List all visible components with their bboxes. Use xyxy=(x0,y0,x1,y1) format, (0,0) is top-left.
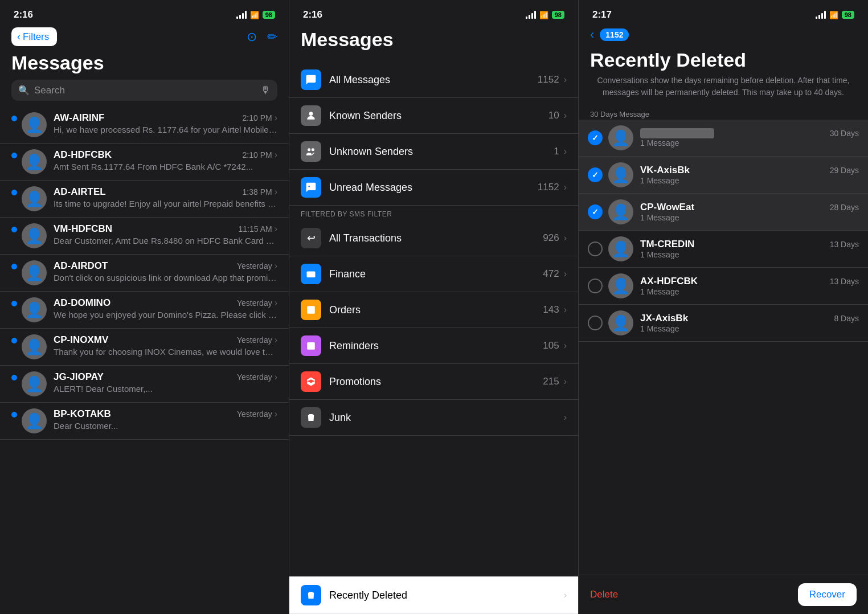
unknown-senders-icon xyxy=(301,141,321,162)
message-time: Yesterday › xyxy=(237,372,277,382)
chevron-right-icon: › xyxy=(564,341,567,351)
chevron-right-icon: › xyxy=(564,182,567,193)
list-item[interactable]: 👤 AD-AIRDOT Yesterday › Don't click on s… xyxy=(0,255,289,292)
filter-item-orders[interactable]: Orders 143 › xyxy=(289,292,578,328)
deleted-list-item[interactable]: 👤 TM-CREDIN 13 Days 1 Message xyxy=(579,231,868,268)
message-preview: Thank you for choosing INOX Cinemas, we … xyxy=(54,347,277,357)
chevron-right-icon: › xyxy=(564,75,567,85)
filter-item-unread-messages[interactable]: Unread Messages 1152 › xyxy=(289,170,578,206)
deleted-name: TM-CREDIN xyxy=(640,239,694,250)
select-checkbox[interactable] xyxy=(588,167,603,182)
deleted-name: AX-HDFCBK xyxy=(640,276,698,287)
filter-count: 10 xyxy=(548,110,559,121)
deleted-list-item[interactable]: 👤 AX-HDFCBK 13 Days 1 Message xyxy=(579,268,868,305)
filter-item-finance[interactable]: Finance 472 › xyxy=(289,256,578,292)
select-checkbox[interactable] xyxy=(588,241,603,256)
message-time: Yesterday › xyxy=(237,261,277,271)
chevron-right-icon: › xyxy=(564,412,567,423)
chevron-right-icon: › xyxy=(564,146,567,157)
deleted-list-item[interactable]: 👤 CP-WowEat 28 Days 1 Message xyxy=(579,194,868,231)
avatar: 👤 xyxy=(22,260,47,285)
back-chevron-icon[interactable]: ‹ xyxy=(590,27,594,42)
filters-back-button[interactable]: ‹ Filters xyxy=(11,27,57,46)
bottom-bar: Delete Recover xyxy=(579,575,868,614)
panel1-title: Messages xyxy=(0,48,289,80)
message-content: AW-AIRINF 2:10 PM › Hi, we have processe… xyxy=(54,112,277,134)
filter-item-all-transactions[interactable]: ↩ All Transactions 926 › xyxy=(289,220,578,256)
message-preview: Amt Sent Rs.1177.64 From HDFC Bank A/C *… xyxy=(54,162,277,171)
filter-label: Unread Messages xyxy=(329,182,538,194)
person-icon: 👤 xyxy=(25,301,43,319)
list-item[interactable]: 👤 AD-AIRTEL 1:38 PM › Its time to upgrad… xyxy=(0,181,289,218)
battery-3: 98 xyxy=(842,11,854,19)
svg-rect-6 xyxy=(307,342,315,350)
filter-list: All Messages 1152 › Known Senders 10 › U… xyxy=(289,62,578,571)
filter-count: 926 xyxy=(543,232,559,244)
list-item[interactable]: 👤 AW-AIRINF 2:10 PM › Hi, we have proces… xyxy=(0,107,289,144)
list-item[interactable]: 👤 VM-HDFCBN 11:15 AM › Dear Customer, Am… xyxy=(0,218,289,255)
trash-icon xyxy=(301,585,321,605)
message-preview: ALERT! Dear Customer,... xyxy=(54,384,277,394)
panel-recently-deleted: 2:17 📶 98 ‹ 1152 Recently Deleted Conver… xyxy=(579,0,868,614)
list-item[interactable]: 👤 CP-INOXMV Yesterday › Thank you for ch… xyxy=(0,329,289,366)
filter-count: 215 xyxy=(543,376,559,387)
deleted-content: 30 Days 1 Message xyxy=(640,128,859,148)
deleted-name-blurred xyxy=(640,128,714,138)
filter-item-unknown-senders[interactable]: Unknown Senders 1 › xyxy=(289,134,578,170)
recover-button[interactable]: Recover xyxy=(798,583,857,606)
more-options-icon[interactable]: ⊙ xyxy=(247,30,257,44)
known-senders-icon xyxy=(301,105,321,126)
filter-label: Orders xyxy=(329,304,543,316)
avatar: 👤 xyxy=(22,334,47,359)
unread-dot xyxy=(11,301,17,306)
svg-point-0 xyxy=(309,112,313,116)
avatar: 👤 xyxy=(608,199,633,224)
back-count-badge[interactable]: 1152 xyxy=(600,28,629,41)
chevron-right-icon: › xyxy=(564,590,567,600)
sender-name: JG-JIOPAY xyxy=(54,371,104,383)
message-time: Yesterday › xyxy=(237,335,277,345)
time-1: 2:16 xyxy=(14,9,33,21)
filter-item-reminders[interactable]: Reminders 105 › xyxy=(289,328,578,364)
unread-dot xyxy=(11,412,17,417)
svg-point-1 xyxy=(308,148,310,151)
unread-dot xyxy=(11,116,17,121)
unread-dot xyxy=(11,375,17,380)
deleted-content: CP-WowEat 28 Days 1 Message xyxy=(640,202,859,222)
filter-label: Unknown Senders xyxy=(329,146,554,158)
status-icons-3: 📶 98 xyxy=(816,11,854,19)
list-item[interactable]: 👤 JG-JIOPAY Yesterday › ALERT! Dear Cust… xyxy=(0,366,289,403)
sender-name: AW-AIRINF xyxy=(54,112,104,124)
recently-deleted-row[interactable]: Recently Deleted › xyxy=(289,576,578,614)
filters-back-label: Filters xyxy=(23,31,49,43)
list-item[interactable]: 👤 AD-HDFCBK 2:10 PM › Amt Sent Rs.1177.6… xyxy=(0,144,289,181)
search-bar[interactable]: 🔍 Search 🎙 xyxy=(11,80,277,101)
message-time: 2:10 PM › xyxy=(243,150,277,160)
deleted-sub: 1 Message xyxy=(640,213,859,222)
select-checkbox[interactable] xyxy=(588,279,603,293)
select-checkbox[interactable] xyxy=(588,316,603,330)
select-checkbox[interactable] xyxy=(588,130,603,145)
deleted-list-item[interactable]: 👤 30 Days 1 Message xyxy=(579,120,868,157)
filter-count: 105 xyxy=(543,340,559,351)
deleted-name: JX-AxisBk xyxy=(640,313,688,324)
filter-item-junk[interactable]: Junk › xyxy=(289,400,578,436)
filter-label: All Transactions xyxy=(329,232,543,244)
svg-point-2 xyxy=(312,148,314,151)
message-preview: Don't click on suspicious link or downlo… xyxy=(54,273,277,283)
select-checkbox[interactable] xyxy=(588,204,603,219)
list-item[interactable]: 👤 BP-KOTAKB Yesterday › Dear Customer... xyxy=(0,403,289,440)
signal-icon-2 xyxy=(526,11,536,19)
deleted-list-item[interactable]: 👤 JX-AxisBk 8 Days 1 Message xyxy=(579,305,868,342)
compose-icon[interactable]: ✏ xyxy=(267,30,277,44)
microphone-icon[interactable]: 🎙 xyxy=(260,84,271,96)
deleted-list-item[interactable]: 👤 VK-AxisBk 29 Days 1 Message xyxy=(579,157,868,194)
junk-icon xyxy=(301,407,321,428)
filter-item-promotions[interactable]: Promotions 215 › xyxy=(289,364,578,400)
message-time: 1:38 PM › xyxy=(243,187,277,197)
delete-button[interactable]: Delete xyxy=(590,589,618,600)
filter-item-known-senders[interactable]: Known Senders 10 › xyxy=(289,98,578,134)
filter-item-all-messages[interactable]: All Messages 1152 › xyxy=(289,62,578,98)
list-item[interactable]: 👤 AD-DOMINO Yesterday › We hope you enjo… xyxy=(0,292,289,329)
message-content: BP-KOTAKB Yesterday › Dear Customer... xyxy=(54,408,277,431)
